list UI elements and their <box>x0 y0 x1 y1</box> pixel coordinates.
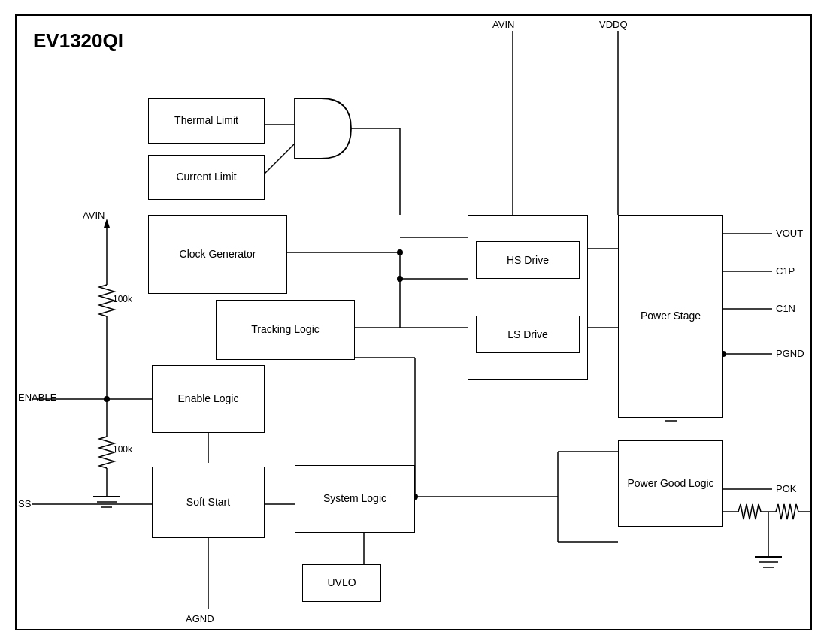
svg-point-7 <box>397 249 403 255</box>
ls-drive-label: LS Drive <box>476 316 580 353</box>
enable-logic-block: Enable Logic <box>152 365 265 433</box>
power-stage-block: Power Stage <box>618 215 723 418</box>
ss-label: SS <box>18 498 31 509</box>
svg-point-41 <box>104 396 110 402</box>
avin-left-label: AVIN <box>83 210 105 221</box>
r2-label: 100k <box>113 444 132 455</box>
vout-label: VOUT <box>776 228 803 239</box>
avin-top-label: AVIN <box>492 19 514 30</box>
hs-ls-drive-block: HS Drive LS Drive <box>468 215 588 380</box>
pgnd-label: PGND <box>776 348 804 359</box>
chip-title: EV1320QI <box>33 29 123 53</box>
current-limit-block: Current Limit <box>148 155 265 200</box>
uvlo-block: UVLO <box>302 564 381 602</box>
soft-start-block: Soft Start <box>152 467 265 538</box>
agnd-label: AGND <box>186 613 214 624</box>
system-logic-block: System Logic <box>295 465 415 533</box>
r1-label: 100k <box>113 294 132 304</box>
c1n-label: C1N <box>776 303 795 314</box>
power-good-logic-block: Power Good Logic <box>618 440 723 527</box>
svg-point-10 <box>397 276 403 282</box>
svg-line-1 <box>265 144 295 174</box>
pok-label: POK <box>776 483 796 494</box>
c1p-label: C1P <box>776 265 795 277</box>
diagram-container: EV1320QI <box>15 14 812 630</box>
enable-label: ENABLE <box>18 392 56 403</box>
hs-drive-label: HS Drive <box>476 241 580 279</box>
vddq-top-label: VDDQ <box>599 19 628 30</box>
clock-generator-block: Clock Generator <box>148 215 287 294</box>
thermal-limit-block: Thermal Limit <box>148 98 265 144</box>
tracking-logic-block: Tracking Logic <box>216 300 355 360</box>
